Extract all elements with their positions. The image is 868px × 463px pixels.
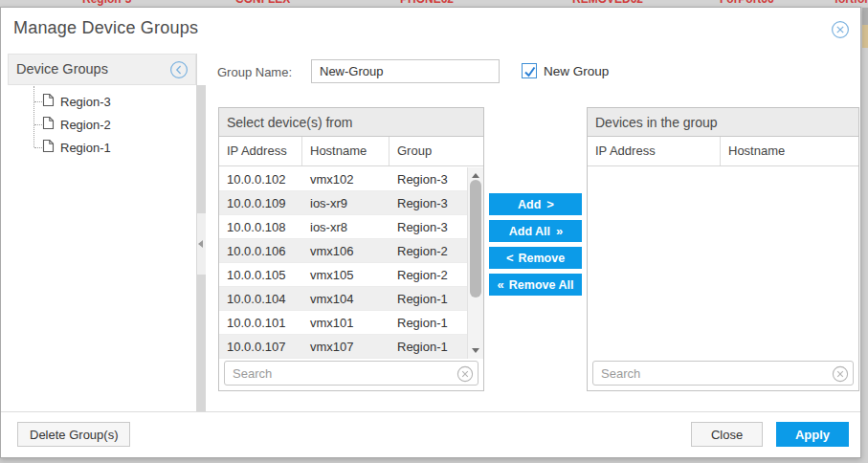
transfer-buttons: Add>Add All»<Remove«Remove All <box>489 193 582 296</box>
close-button[interactable]: Close <box>691 422 763 447</box>
scroll-down-arrow[interactable] <box>472 348 479 353</box>
group-name-label: Group Name: <box>217 65 292 79</box>
device-row[interactable]: 10.0.0.102vmx102Region-3 <box>219 167 467 191</box>
device-row[interactable]: 10.0.0.105vmx105Region-2 <box>219 263 467 287</box>
new-group-checkbox-label: New Group <box>544 64 609 78</box>
device-ip: 10.0.0.105 <box>219 268 302 282</box>
background-text-fragment: CONFLEX <box>235 0 290 6</box>
device-pool-search-input[interactable] <box>225 362 478 385</box>
background-page-edge <box>862 8 868 25</box>
device-pool-search <box>224 361 479 386</box>
device-hostname: vmx106 <box>302 244 389 258</box>
background-page-strip: Region-3CONFLEXPHONE62REMOVED62ForPort66… <box>0 0 868 7</box>
device-hostname: ios-xr9 <box>302 196 389 210</box>
delete-groups-button[interactable]: Delete Group(s) <box>17 422 130 447</box>
device-hostname: ios-xr8 <box>302 220 389 234</box>
device-pool-search-clear-button[interactable] <box>456 365 474 383</box>
column-header-ip-address[interactable]: IP Address <box>588 137 721 165</box>
background-text-fragment: fortforto <box>835 0 868 6</box>
add-all-button[interactable]: Add All» <box>489 220 582 242</box>
tree-item-region-1[interactable]: Region-1 <box>8 136 196 159</box>
device-pool-column-header: IP Address Hostname Group <box>219 137 483 166</box>
transfer-button-label: Add All <box>509 225 550 238</box>
dialog-close-button[interactable] <box>831 20 850 39</box>
background-text-fragment: REMOVED62 <box>572 0 643 6</box>
new-group-checkbox[interactable] <box>522 63 537 78</box>
screen: Region-3CONFLEXPHONE62REMOVED62ForPort66… <box>0 0 868 463</box>
device-row[interactable]: 10.0.0.101vmx101Region-1 <box>219 311 467 335</box>
dialog-title: Manage Device Groups <box>13 18 198 38</box>
transfer-button-label: Remove <box>518 252 565 265</box>
device-ip: 10.0.0.109 <box>219 196 302 210</box>
device-group: Region-3 <box>389 172 467 187</box>
device-hostname: vmx104 <box>302 292 389 306</box>
sidebar-collapse-button[interactable] <box>169 60 189 79</box>
device-ip: 10.0.0.101 <box>219 316 302 330</box>
clear-circle-x-icon <box>832 371 849 386</box>
splitter-collapse-handle[interactable] <box>197 213 206 275</box>
device-groups-tree: Region-3 Region-2 Region-1 <box>8 90 196 159</box>
sidebar-title: Device Groups <box>16 55 108 84</box>
select-devices-panel-title: Select device(s) from <box>219 108 483 137</box>
device-hostname: vmx105 <box>302 268 389 282</box>
column-header-ip-address[interactable]: IP Address <box>219 137 302 165</box>
dialog-footer: Delete Group(s) Close Apply <box>1 411 860 457</box>
column-header-hostname[interactable]: Hostname <box>302 137 389 165</box>
tree-item-label: Region-2 <box>60 118 111 132</box>
group-devices-search-clear-button[interactable] <box>832 365 849 383</box>
device-row[interactable]: 10.0.0.104vmx104Region-1 <box>219 287 467 311</box>
device-pool-scrollbar <box>467 167 483 359</box>
tree-item-region-3[interactable]: Region-3 <box>8 90 196 113</box>
file-icon <box>42 93 55 111</box>
collapse-left-arrow-icon <box>198 240 203 248</box>
device-group: Region-1 <box>389 340 467 354</box>
background-page-edge-fragment <box>862 25 868 48</box>
device-group: Region-3 <box>389 220 467 234</box>
tree-item-region-2[interactable]: Region-2 <box>8 113 196 136</box>
device-groups-sidebar: Device Groups Region-3 Region-2 Region-1 <box>8 54 197 411</box>
group-devices-table-body <box>588 167 858 359</box>
chevron-left-icon: < <box>506 251 513 265</box>
device-row[interactable]: 10.0.0.107vmx107Region-1 <box>219 335 467 359</box>
chevron-left-circle-icon <box>169 68 189 82</box>
devices-in-group-panel: Devices in the group IP Address Hostname <box>587 107 859 391</box>
background-text-fragment: PHONE62 <box>400 0 454 6</box>
apply-button[interactable]: Apply <box>776 422 849 447</box>
add-button[interactable]: Add> <box>489 193 582 215</box>
group-devices-search-input[interactable] <box>593 362 853 385</box>
device-hostname: vmx101 <box>302 316 389 330</box>
file-icon <box>42 116 55 134</box>
sidebar-splitter <box>197 85 206 411</box>
chevron-right-icon: > <box>546 197 553 211</box>
device-row[interactable]: 10.0.0.106vmx106Region-2 <box>219 239 467 263</box>
close-icon <box>831 28 850 42</box>
group-name-input[interactable] <box>311 59 500 83</box>
device-group: Region-1 <box>389 292 467 306</box>
tree-item-label: Region-3 <box>60 95 111 109</box>
device-ip: 10.0.0.106 <box>219 244 302 258</box>
column-header-hostname[interactable]: Hostname <box>721 137 858 165</box>
column-header-group[interactable]: Group <box>389 137 483 165</box>
chevron-right-icon: » <box>556 224 562 238</box>
device-row[interactable]: 10.0.0.109ios-xr9Region-3 <box>219 191 467 215</box>
clear-circle-x-icon <box>456 371 474 386</box>
group-devices-search <box>592 361 854 386</box>
file-icon <box>42 139 55 157</box>
background-text-fragment: ForPort66 <box>720 0 774 6</box>
device-group: Region-2 <box>389 244 467 258</box>
device-group: Region-2 <box>389 268 467 282</box>
device-group: Region-1 <box>389 316 467 330</box>
device-row[interactable]: 10.0.0.108ios-xr8Region-3 <box>219 215 467 239</box>
remove-all-button[interactable]: «Remove All <box>489 274 582 296</box>
device-pool-table-body: 10.0.0.102vmx102Region-310.0.0.109ios-xr… <box>219 167 467 359</box>
device-group: Region-3 <box>389 196 467 210</box>
device-hostname: vmx107 <box>302 340 389 354</box>
tree-item-label: Region-1 <box>60 141 111 155</box>
transfer-button-label: Remove All <box>509 278 574 292</box>
remove-button[interactable]: <Remove <box>489 247 582 269</box>
group-devices-column-header: IP Address Hostname <box>588 137 858 166</box>
select-devices-panel: Select device(s) from IP Address Hostnam… <box>218 107 484 391</box>
background-text-fragment: Region-3 <box>82 0 131 6</box>
scrollbar-thumb[interactable] <box>470 180 481 298</box>
scroll-up-arrow[interactable] <box>472 173 479 178</box>
